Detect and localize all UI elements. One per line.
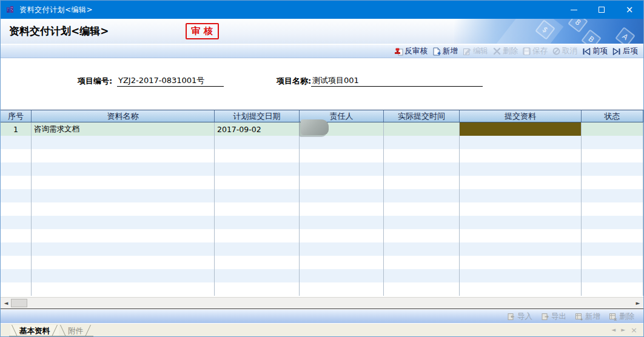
- project-name-label: 项目名称:: [277, 76, 311, 87]
- maximize-button[interactable]: [588, 1, 615, 19]
- project-number-label: 项目编号:: [78, 76, 112, 87]
- add-row-label: 新增: [585, 312, 600, 322]
- table-row-empty[interactable]: [1, 269, 643, 282]
- import-button: 导入: [503, 312, 537, 322]
- table-row-selected[interactable]: 1 咨询需求文档 2017-09-02: [1, 122, 643, 136]
- edit-button: 编辑: [460, 46, 491, 56]
- horizontal-scrollbar[interactable]: ◄ ►: [1, 297, 643, 309]
- import-label: 导入: [517, 312, 532, 322]
- add-button[interactable]: 新增: [430, 46, 460, 56]
- import-icon: [507, 313, 515, 321]
- delete-row-button: 删除: [605, 312, 639, 322]
- next-item-icon: [612, 48, 621, 55]
- save-icon: [523, 47, 531, 55]
- close-icon: ×: [626, 5, 634, 15]
- save-label: 保存: [532, 46, 548, 56]
- tab-attachments-label: 附件: [68, 326, 83, 335]
- delete-button: 删除: [491, 46, 520, 56]
- header-decorative-art: $ 8 B A: [454, 19, 643, 44]
- add-label: 新增: [443, 46, 458, 56]
- tab-next-icon[interactable]: ►: [621, 327, 625, 333]
- maximize-icon: [599, 7, 605, 13]
- tab-navigation: ◄ ► ×: [611, 324, 643, 333]
- page-title: 资料交付计划<编辑>: [9, 24, 109, 38]
- footer-toolbar: 导入 导出 新增 删除: [1, 310, 643, 323]
- table-row-empty[interactable]: [1, 216, 643, 229]
- tab-close-icon[interactable]: ×: [631, 327, 637, 333]
- edit-label: 编辑: [473, 46, 488, 56]
- column-header-submit: 提交资料: [460, 110, 582, 122]
- cancel-label: 取消: [562, 46, 577, 56]
- add-row-button: 新增: [571, 312, 605, 322]
- unapprove-label: 反审核: [405, 46, 428, 56]
- save-button: 保存: [520, 46, 550, 56]
- next-item-button[interactable]: 后项: [610, 46, 640, 56]
- table-row-empty[interactable]: [1, 242, 643, 256]
- table-row-empty[interactable]: [1, 176, 643, 189]
- scrollbar-thumb[interactable]: [11, 299, 27, 307]
- table-body: 1 咨询需求文档 2017-09-02: [1, 122, 643, 296]
- cancel-button: 取消: [550, 46, 580, 56]
- table-row-empty[interactable]: [1, 282, 643, 296]
- column-header-status: 状态: [582, 110, 643, 122]
- scroll-right-icon[interactable]: ►: [634, 298, 642, 308]
- b-key-icon: B: [581, 29, 602, 44]
- column-header-seq: 序号: [1, 110, 32, 122]
- table-row-empty[interactable]: [1, 256, 643, 269]
- cell-status: [582, 122, 643, 136]
- cell-actual: [384, 122, 460, 136]
- table-row-empty[interactable]: [1, 229, 643, 242]
- unapprove-button[interactable]: 反审核: [392, 46, 431, 56]
- bottom-tabbar: 基本资料 附件 ◄ ► ×: [1, 323, 643, 337]
- column-header-name: 资料名称: [32, 110, 215, 122]
- project-number-field[interactable]: YZJ2-2017-0831001号: [117, 75, 224, 87]
- minimize-icon: [571, 10, 577, 10]
- delete-row-icon: [609, 313, 617, 321]
- tab-basic-info-label: 基本资料: [19, 326, 50, 335]
- delete-label: 删除: [503, 46, 518, 56]
- window-title: 资料交付计划<编辑>: [19, 5, 93, 15]
- data-grid: 序号 资料名称 计划提交日期 责任人 实际提交时间 提交资料 状态 1 咨询需求…: [1, 110, 643, 297]
- cancel-icon: [552, 47, 560, 55]
- project-name-field[interactable]: 测试项目001: [311, 75, 483, 87]
- cell-plandate: 2017-09-02: [215, 122, 300, 136]
- redacted-owner-blob: [301, 119, 329, 135]
- minimize-button[interactable]: [560, 1, 588, 19]
- edit-icon: [463, 47, 471, 56]
- export-button: 导出: [537, 312, 571, 322]
- titlebar: 资料交付计划<编辑> ×: [1, 1, 643, 19]
- unapprove-stamp-icon: [394, 47, 403, 56]
- table-row-empty[interactable]: [1, 136, 643, 149]
- form-area: 项目编号: YZJ2-2017-0831001号 项目名称: 测试项目001: [1, 59, 643, 110]
- app-logo-icon: [5, 5, 15, 15]
- table-row-empty[interactable]: [1, 202, 643, 216]
- tab-attachments[interactable]: 附件: [59, 325, 92, 336]
- previous-item-button[interactable]: 前项: [580, 46, 610, 56]
- export-icon: [541, 313, 549, 321]
- close-button[interactable]: ×: [615, 1, 643, 19]
- cell-owner: [300, 122, 384, 136]
- cell-name: 咨询需求文档: [32, 122, 215, 136]
- table-row-empty[interactable]: [1, 189, 643, 202]
- main-toolbar: 反审核 新增 编辑 删除: [1, 44, 643, 58]
- eight-key-icon: 8: [568, 19, 588, 33]
- app-window: 资料交付计划<编辑> × $ 8 B A 资料交付计划<编辑> 审核 反审核: [0, 0, 644, 337]
- tab-basic-info[interactable]: 基本资料: [10, 325, 59, 336]
- delete-icon: [493, 47, 501, 55]
- column-header-actual: 实际提交时间: [384, 110, 460, 122]
- table-row-empty[interactable]: [1, 162, 643, 176]
- new-doc-icon: [432, 47, 441, 56]
- column-header-plandate: 计划提交日期: [215, 110, 300, 122]
- table-row-empty[interactable]: [1, 149, 643, 162]
- scroll-left-icon[interactable]: ◄: [2, 298, 10, 308]
- tab-prev-icon[interactable]: ◄: [611, 327, 615, 333]
- previous-item-label: 前项: [592, 46, 608, 56]
- audit-stamp: 审核: [186, 23, 219, 39]
- new-row-icon: [575, 313, 583, 321]
- next-item-label: 后项: [623, 46, 638, 56]
- a-key-icon: A: [615, 27, 636, 44]
- page-header: $ 8 B A 资料交付计划<编辑> 审核: [1, 19, 643, 44]
- cell-submit-filled: [460, 122, 582, 136]
- delete-row-label: 删除: [619, 312, 634, 322]
- export-label: 导出: [551, 312, 566, 322]
